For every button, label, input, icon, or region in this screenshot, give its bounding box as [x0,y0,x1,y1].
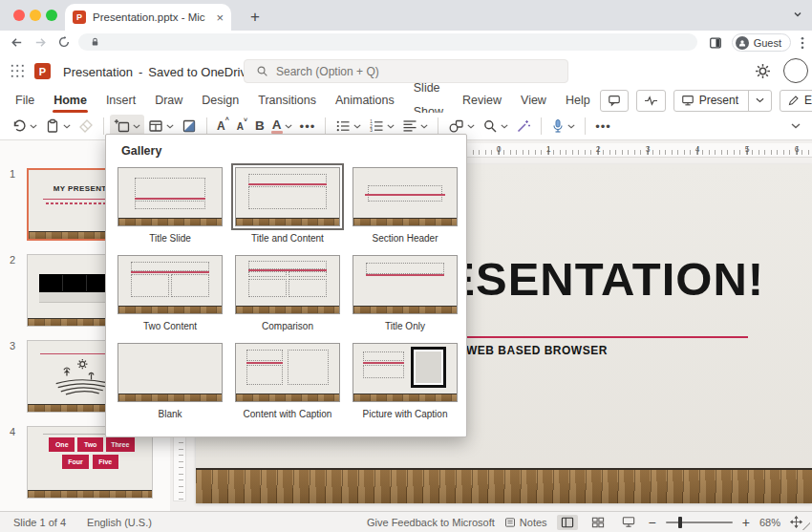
tab-draw[interactable]: Draw [145,89,192,113]
paste-button[interactable] [41,115,75,138]
font-color-chevron-icon[interactable] [285,124,292,129]
toolbar-divider [325,117,326,135]
slide-sorter-view-button[interactable] [588,515,609,530]
minimize-window-icon[interactable] [30,10,41,21]
find-button[interactable] [479,115,512,138]
browser-menu-icon[interactable] [801,36,804,50]
present-button[interactable]: Present [673,90,772,112]
title-separator: - [139,65,142,79]
tab-help[interactable]: Help [556,89,600,113]
gallery-item-title-and-content[interactable]: Title and Content [231,167,344,244]
app-window: P Presentation.pptx - Microsoft × + Gues… [0,0,812,532]
comments-button[interactable] [600,90,629,112]
ruler-mark: 6 [795,144,800,154]
ribbon-options-chevron[interactable] [787,119,804,133]
numbering-chevron-icon[interactable] [387,124,395,129]
tab-home[interactable]: Home [44,89,96,113]
search-placeholder: Search (Option + Q) [276,65,379,78]
saved-status[interactable]: Saved to OneDrive [148,65,253,79]
bullet-list-icon [335,118,351,134]
tab-list-chevron-icon[interactable] [791,8,804,21]
present-split-divider [748,91,749,111]
gallery-item-section-header[interactable]: Section Header [349,167,461,244]
undo-chevron-icon[interactable] [30,124,37,129]
undo-icon [11,118,27,134]
zoom-slider-thumb[interactable] [678,517,682,528]
document-name[interactable]: Presentation [63,65,133,79]
close-tab-icon[interactable]: × [216,11,224,24]
present-chevron-icon[interactable] [756,97,764,103]
design-ideas-button[interactable] [512,115,535,138]
undo-button[interactable] [8,115,41,138]
gallery-item-title-slide[interactable]: Title Slide [114,167,226,244]
gallery-item-title-only[interactable]: Title Only [349,255,461,331]
notes-toggle[interactable]: Notes [504,517,547,528]
activity-pulse-icon [644,95,658,107]
settings-gear-icon[interactable] [755,63,771,79]
tab-design[interactable]: Design [192,89,248,113]
fit-to-window-icon[interactable] [790,516,802,528]
side-panel-icon[interactable] [709,36,722,50]
new-tab-button[interactable]: + [250,8,260,27]
resize-handle[interactable] [802,522,810,530]
gallery-item-comparison[interactable]: Comparison [231,255,344,331]
dictate-chevron-icon[interactable] [567,124,575,129]
url-field[interactable] [78,33,697,51]
browser-profile-button[interactable]: Guest [732,33,791,52]
slide-subtitle-text[interactable]: WEB BASED BROWSER [466,344,608,357]
zoom-window-icon[interactable] [46,10,57,21]
zoom-in-button[interactable]: + [742,516,750,529]
find-chevron-icon[interactable] [501,124,508,129]
zoom-slider[interactable] [666,521,733,523]
zoom-out-button[interactable]: − [649,516,656,529]
toolbar-divider [206,117,207,135]
gallery-item-picture-with-caption[interactable]: Picture with Caption [349,343,461,419]
present-label: Present [699,94,738,107]
tab-file[interactable]: File [6,89,44,113]
zoom-level[interactable]: 68% [759,517,780,528]
ruler-mark: 5 [745,144,750,154]
layout-chevron-icon[interactable] [166,124,174,129]
forward-icon[interactable] [33,35,48,50]
account-avatar[interactable] [783,58,808,83]
new-slide-icon [114,118,130,134]
pencil-icon [787,95,800,107]
ruler-mark: 2 [596,144,601,154]
tab-animations[interactable]: Animations [326,89,404,113]
gallery-item-content-with-caption[interactable]: Content with Caption [231,343,344,419]
editing-mode-button[interactable]: Editing [780,90,812,112]
slide-3-number: 3 [10,340,15,351]
activity-button[interactable] [636,90,666,112]
tab-transitions[interactable]: Transitions [248,89,326,113]
powerpoint-logo-icon: P [34,63,51,79]
numbered-list-icon: 123 [369,118,384,134]
back-icon[interactable] [10,35,24,50]
layout-gallery-popup: Gallery Title Slide Title and Content Se [105,134,467,437]
notes-icon [504,517,516,528]
dictate-button[interactable] [547,115,579,138]
tab-insert[interactable]: Insert [96,89,145,113]
shapes-chevron-icon[interactable] [467,124,475,129]
close-window-icon[interactable] [13,10,25,21]
browser-tab-strip: P Presentation.pptx - Microsoft × + [0,0,812,31]
tab-review[interactable]: Review [453,89,511,113]
gallery-item-two-content[interactable]: Two Content [114,255,226,331]
language-selector[interactable]: English (U.S.) [87,517,152,528]
browser-tab[interactable]: P Presentation.pptx - Microsoft × [65,4,231,31]
more-commands-button[interactable]: ••• [591,116,615,138]
reload-icon[interactable] [57,35,71,49]
new-slide-chevron-icon[interactable] [133,124,140,129]
slideshow-view-button[interactable] [618,514,639,530]
feedback-link[interactable]: Give Feedback to Microsoft [367,517,495,528]
app-launcher-icon[interactable] [11,64,25,78]
tab-view[interactable]: View [511,89,556,113]
lock-icon [90,36,100,48]
format-painter-button[interactable] [75,115,97,138]
magnifier-icon [482,118,498,134]
slide-4-tag: Five [93,455,118,469]
gallery-item-blank[interactable]: Blank [114,343,226,419]
normal-view-button[interactable] [557,515,578,530]
align-chevron-icon[interactable] [420,124,428,129]
bullets-chevron-icon[interactable] [353,124,361,129]
paste-chevron-icon[interactable] [63,124,71,129]
